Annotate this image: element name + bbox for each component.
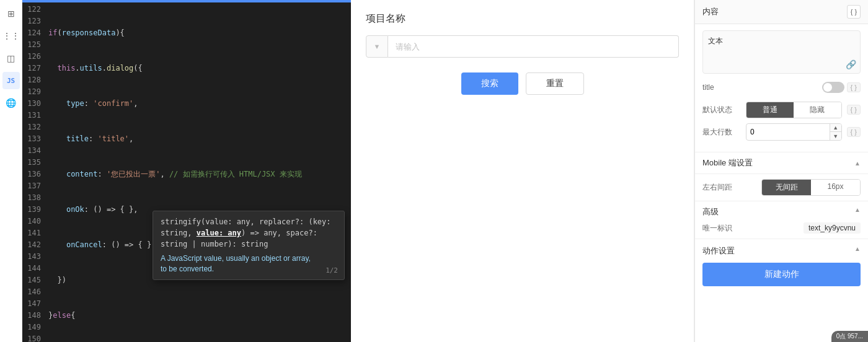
max-lines-label: 最大行数 [702, 127, 746, 138]
props-panel: 内容 { } 文本 🔗 title { } 默认状态 普通 隐藏 [694, 0, 868, 342]
sidebar-icon-layers[interactable]: ⊞ [2, 5, 20, 22]
form-dropdown-arrow-btn[interactable]: ▼ [366, 35, 388, 58]
title-row: title { } [702, 79, 861, 96]
default-state-label: 默认状态 [702, 105, 746, 115]
mobile-section-title: Mobile 端设置 [702, 157, 753, 169]
title-value: { } [746, 82, 861, 93]
max-lines-input[interactable] [746, 126, 830, 138]
advanced-chevron: ▲ [854, 206, 861, 217]
tooltip-signature: stringify(value: any, replacer?: (key: s… [161, 216, 337, 250]
props-header-icons: { } [847, 5, 861, 19]
mobile-section-chevron: ▲ [854, 160, 861, 167]
action-section: 动作设置 ▲ 新建动作 [695, 239, 868, 292]
default-state-row: 默认状态 普通 隐藏 { } [702, 101, 861, 118]
max-lines-value: ▲ ▼ { } [746, 123, 861, 141]
unique-id-row: 唯一标识 text_ky9ycvnu [702, 222, 861, 234]
text-label: 文本 [708, 37, 723, 45]
max-lines-row: 最大行数 ▲ ▼ { } [702, 123, 861, 141]
text-area-link-icon: 🔗 [846, 59, 856, 69]
advanced-section: 高级 ▲ 唯一标识 text_ky9ycvnu [695, 201, 868, 239]
sidebar-icon-globe[interactable]: 🌐 [2, 94, 20, 112]
form-actions: 搜索 重置 [366, 72, 679, 95]
unique-id-label: 唯一标识 [702, 223, 732, 234]
content-section: 文本 🔗 title { } 默认状态 普通 隐藏 { } 最大行数 [695, 24, 868, 152]
action-chevron: ▲ [854, 245, 861, 256]
left-sidebar: ⊞ ⋮⋮ ◫ JS 🌐 [0, 0, 22, 342]
title-toggle[interactable] [822, 82, 844, 93]
props-code-icon[interactable]: { } [847, 5, 861, 19]
tooltip-description: A JavaScript value, usually an object or… [161, 253, 337, 274]
mobile-spacing-row: 左右间距 无间距 16px [695, 174, 868, 201]
mobile-spacing-segment: 无间距 16px [761, 179, 861, 196]
form-field-wrap: ▼ [366, 35, 679, 58]
default-state-value: 普通 隐藏 { } [746, 102, 861, 118]
sidebar-icon-code[interactable]: JS [2, 72, 20, 89]
num-arrow-up[interactable]: ▲ [830, 124, 841, 132]
props-panel-header: 内容 { } [695, 0, 868, 24]
mobile-spacing-label: 左右间距 [702, 182, 732, 193]
project-name-input[interactable] [388, 35, 679, 58]
default-state-segment: 普通 隐藏 [746, 102, 842, 118]
tooltip-popup: stringify(value: any, replacer?: (key: s… [153, 211, 345, 280]
title-label: title [702, 83, 746, 92]
title-code-indicator[interactable]: { } [847, 82, 861, 92]
mobile-section-header[interactable]: Mobile 端设置 ▲ [695, 152, 868, 174]
advanced-title-label: 高级 [702, 206, 719, 217]
num-arrow-down[interactable]: ▼ [830, 132, 841, 140]
sidebar-icon-grid[interactable]: ⋮⋮ [2, 27, 20, 45]
search-button[interactable]: 搜索 [461, 72, 518, 95]
sidebar-icon-data[interactable]: ◫ [2, 50, 20, 67]
form-panel: 项目名称 ▼ 搜索 重置 [351, 0, 694, 342]
default-state-code-indicator[interactable]: { } [847, 105, 861, 115]
segment-no-spacing[interactable]: 无间距 [762, 180, 811, 195]
code-content[interactable]: 122123124125 126127128129 130131132133 1… [22, 2, 351, 342]
num-arrows: ▲ ▼ [830, 124, 841, 140]
segment-btn-hidden[interactable]: 隐藏 [794, 102, 841, 118]
action-section-header[interactable]: 动作设置 ▲ [702, 245, 861, 256]
advanced-section-header[interactable]: 高级 ▲ [702, 206, 861, 217]
segment-16px[interactable]: 16px [811, 180, 860, 195]
props-panel-title: 内容 [702, 6, 719, 17]
line-numbers: 122123124125 126127128129 130131132133 1… [22, 2, 46, 342]
action-title-label: 动作设置 [702, 245, 735, 256]
code-lines[interactable]: if(responseData){ this.utils.dialog({ ty… [46, 2, 351, 342]
text-area-box[interactable]: 文本 🔗 [702, 30, 861, 74]
new-action-button[interactable]: 新建动作 [702, 263, 861, 286]
status-text: 0点 957... [836, 333, 863, 340]
tooltip-counter: 1/2 [326, 266, 338, 274]
max-lines-code-indicator[interactable]: { } [847, 127, 861, 137]
unique-id-value: text_ky9ycvnu [804, 222, 861, 234]
status-bar: 0点 957... [831, 331, 868, 342]
segment-btn-normal[interactable]: 普通 [746, 102, 794, 118]
code-editor-panel: 122123124125 126127128129 130131132133 1… [22, 0, 351, 342]
reset-button[interactable]: 重置 [526, 72, 584, 95]
form-title: 项目名称 [366, 12, 679, 25]
max-lines-input-wrap: ▲ ▼ [746, 123, 842, 141]
